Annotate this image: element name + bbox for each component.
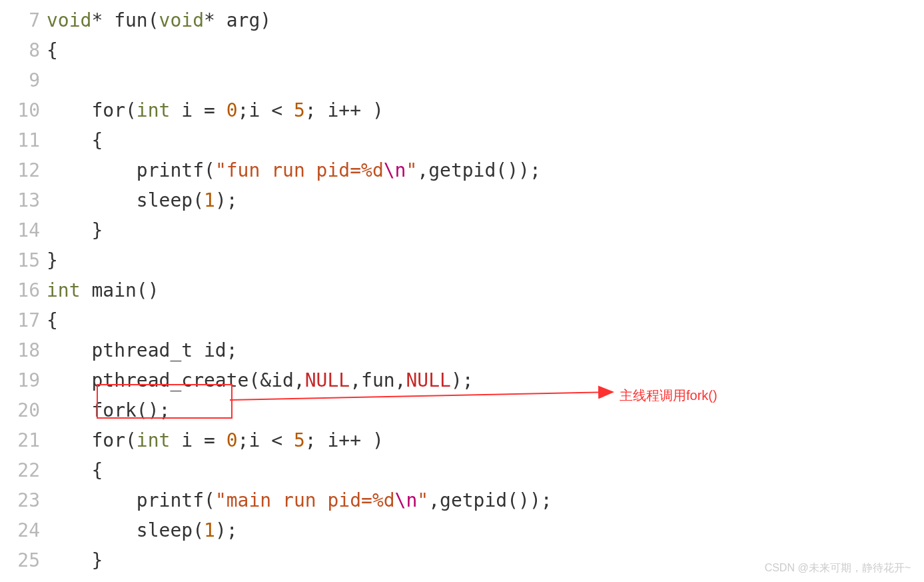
code-line: } [47, 215, 924, 245]
line-number: 7 [0, 5, 40, 35]
code-area: void* fun(void* arg){ for(int i = 0;i < … [47, 5, 924, 575]
line-number: 18 [0, 335, 40, 365]
line-number: 23 [0, 485, 40, 515]
code-line: void* fun(void* arg) [47, 5, 924, 35]
code-line: { [47, 125, 924, 155]
code-line: sleep(1); [47, 185, 924, 215]
line-number: 15 [0, 245, 40, 275]
code-line: sleep(1); [47, 515, 924, 545]
line-number: 16 [0, 275, 40, 305]
code-line [47, 65, 924, 95]
line-number: 12 [0, 155, 40, 185]
code-line: printf("main run pid=%d\n",getpid()); [47, 485, 924, 515]
line-number: 11 [0, 125, 40, 155]
line-number: 14 [0, 215, 40, 245]
code-line: for(int i = 0;i < 5; i++ ) [47, 425, 924, 455]
code-editor: 78910111213141516171819202122232425 void… [0, 0, 924, 575]
line-number: 22 [0, 455, 40, 485]
line-number: 19 [0, 365, 40, 395]
annotation-text: 主线程调用fork() [620, 387, 717, 405]
code-line: { [47, 305, 924, 335]
line-number: 8 [0, 35, 40, 65]
line-number-gutter: 78910111213141516171819202122232425 [0, 5, 47, 575]
code-line: { [47, 455, 924, 485]
line-number: 9 [0, 65, 40, 95]
code-line: for(int i = 0;i < 5; i++ ) [47, 95, 924, 125]
line-number: 13 [0, 185, 40, 215]
line-number: 10 [0, 95, 40, 125]
code-line: } [47, 245, 924, 275]
code-line: fork(); [47, 395, 924, 425]
line-number: 21 [0, 425, 40, 455]
line-number: 24 [0, 515, 40, 545]
code-line: int main() [47, 275, 924, 305]
code-line: printf("fun run pid=%d\n",getpid()); [47, 155, 924, 185]
code-line: { [47, 35, 924, 65]
code-line: pthread_create(&id,NULL,fun,NULL); [47, 365, 924, 395]
code-line: pthread_t id; [47, 335, 924, 365]
watermark: CSDN @未来可期，静待花开~ [765, 561, 911, 575]
line-number: 17 [0, 305, 40, 335]
line-number: 25 [0, 545, 40, 575]
line-number: 20 [0, 395, 40, 425]
